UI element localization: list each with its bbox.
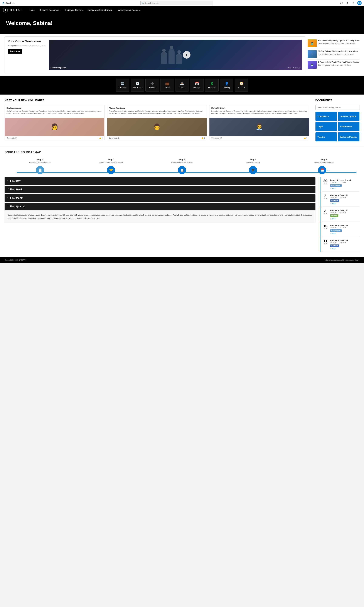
roadmap-step-2: Step 2 Attend Orientation and Connect 🤝: [76, 158, 146, 174]
news-item-1[interactable]: 🚶 30-Day Walking Challenge Starting Next…: [308, 49, 359, 59]
doc-tile-legal[interactable]: Legal: [315, 122, 337, 131]
quick-link-holidays[interactable]: 📅 Holidays: [190, 79, 204, 92]
step-3-circle: 📋: [178, 166, 186, 174]
colleagues-title: MEET YOUR NEW COLLEGUES: [5, 99, 309, 102]
chevron-down-icon: ▾: [139, 9, 140, 11]
accordion-first-quarter[interactable]: ˄ First Quarter: [5, 203, 315, 210]
step-4-desc: Complete Training: [218, 161, 288, 164]
event-title-3: Company Event #3: [330, 224, 348, 226]
chevron-down-icon: ▾: [82, 9, 83, 11]
document-search-input[interactable]: [315, 105, 359, 110]
colleague-comments-2[interactable]: Comments (1): [211, 137, 222, 139]
user-avatar[interactable]: SB: [357, 1, 362, 5]
colleague-photo-kayla: 👩: [5, 118, 104, 136]
event-date-0: 29 SEP: [322, 179, 328, 185]
quick-link-it-helpdesk[interactable]: 💻 IT Helpdesk: [116, 79, 129, 92]
colleague-bio-1: Alvaro Rodriguez is a Governance and Sec…: [109, 110, 205, 115]
colleague-bio-0: Kayla Anderson is a Contract Management …: [7, 110, 103, 115]
event-title-2: Company Event #2: [330, 209, 348, 211]
doc-tile-training[interactable]: Training: [315, 132, 337, 141]
event-tag-2: Meeting: [330, 214, 338, 217]
chevron-down-icon: ˅: [8, 188, 9, 191]
footer: Copyright (c) 2023 ORIGAMI intranet cont…: [0, 257, 364, 263]
colleague-card-alvaro: Alvaro Rodriguez Alvaro Rodriguez is a G…: [107, 105, 207, 140]
chevron-down-icon: ˅: [8, 197, 9, 199]
event-tag-3: Get-together: [330, 229, 342, 232]
help-icon-btn[interactable]: ?: [351, 1, 355, 5]
nav-company-news[interactable]: Company & Market News ▾: [86, 6, 115, 14]
step-2-label: Step 2: [76, 158, 146, 161]
doc-tile-job-descriptions[interactable]: Job Descriptions: [338, 112, 359, 121]
doc-tile-compliance[interactable]: Compliance: [315, 112, 337, 121]
news-item-0[interactable]: 👩‍💻 Remote Working Policy Update is Comi…: [308, 38, 359, 49]
orientation-video[interactable]: ▶ Onboarding Video Microsoft Stream: [49, 40, 302, 70]
careers-icon: 💼: [165, 82, 169, 86]
nav-workspaces[interactable]: Workspaces & Teams ▾: [116, 6, 142, 14]
event-rsvp-1[interactable]: + RSVP: [330, 203, 336, 205]
book-now-button[interactable]: Book Now: [8, 49, 22, 53]
step-3-desc: Review Benefits and Policies: [146, 161, 218, 164]
event-rsvp-4[interactable]: + RSVP: [330, 248, 336, 250]
colleague-likes-0: 👍 0: [99, 137, 103, 139]
nav-home[interactable]: Home: [27, 6, 37, 14]
quick-link-directory[interactable]: 👤 Directory: [220, 79, 234, 92]
news-title-0: Remote Working Policy Update is Coming S…: [318, 40, 359, 42]
documents-section: DOCUMENTS Compliance Job Descriptions Le…: [315, 99, 359, 141]
roadmap-connector-line: [17, 172, 356, 172]
accordion-first-week[interactable]: ˅ First Week: [5, 186, 315, 193]
colleagues-section: MEET YOUR NEW COLLEGUES Kayla Anderson K…: [5, 99, 309, 141]
news-thumb-0: 👩‍💻: [308, 40, 317, 47]
topbar-search-area: 🔍: [141, 1, 213, 5]
holidays-icon: 📅: [195, 82, 199, 86]
roadmap-step-5: Step 5 Set up recurring check-ins 📅 →: [288, 158, 359, 174]
event-wrap-2: 3 OCT Company Event #2 11:00 AM - 12:00 …: [320, 207, 359, 222]
expenses-icon: 💲: [210, 82, 214, 86]
orientation-title: Your Office Orientation: [8, 40, 46, 43]
colleague-bio-2: Derek Swinton is a Director of Engineeri…: [211, 110, 307, 115]
colleagues-grid: Kayla Anderson Kayla Anderson is a Contr…: [5, 105, 309, 140]
news-thumb-1: 🚶: [308, 50, 317, 58]
event-wrap-1: 2 OCT Company Event #1 11:00 AM - 12:00 …: [320, 192, 359, 207]
nav-business-resources[interactable]: Business Resources ▾: [37, 6, 62, 14]
search-input[interactable]: [141, 1, 213, 5]
brand-logo[interactable]: ⊕ THE HUB: [3, 8, 23, 13]
colleagues-documents-row: MEET YOUR NEW COLLEGUES Kayla Anderson K…: [5, 99, 359, 141]
nav-employee-center[interactable]: Employee Center ▾: [63, 6, 85, 14]
accordion-first-month[interactable]: ˅ First Month: [5, 194, 315, 202]
colleague-photo-derek: 👨‍💼: [209, 118, 309, 136]
quick-link-time-sheets[interactable]: 🕐 Time Sheets: [130, 79, 144, 92]
news-title-1: 30-Day Walking Challenge Starting Next W…: [318, 50, 358, 53]
event-rsvp-2[interactable]: + RSVP: [330, 218, 336, 220]
welcome-heading: Welcome, Sabina!: [6, 20, 358, 26]
settings-icon-btn[interactable]: ⚙: [345, 1, 350, 5]
chat-icon-btn[interactable]: 💬: [339, 1, 343, 5]
step-5-desc: Set up recurring check-ins: [288, 161, 359, 164]
quick-link-benefits[interactable]: ➕ Benefits: [145, 79, 159, 92]
main-content: MEET YOUR NEW COLLEGUES Kayla Anderson K…: [0, 94, 364, 146]
news-item-2[interactable]: 💻 5 Tools to Help You in Your Next Teams…: [308, 59, 359, 70]
quick-link-careers[interactable]: 💼 Careers: [160, 79, 174, 92]
sharepoint-icon: ⊞: [2, 2, 4, 4]
news-sidebar: 👩‍💻 Remote Working Policy Update is Comi…: [308, 36, 359, 73]
news-desc-2: See how you can get more done... with le…: [318, 64, 359, 66]
step-5-label: Step 5: [288, 158, 359, 161]
step-1-circle: 📄: [36, 166, 44, 174]
colleague-comments-1[interactable]: Comments (0): [109, 137, 119, 139]
roadmap-step-4: Step 4 Complete Training 🎓: [218, 158, 288, 174]
quick-link-expenses[interactable]: 💲 Expenses: [205, 79, 219, 92]
video-play-button[interactable]: ▶: [183, 51, 191, 59]
quick-link-time-off[interactable]: ☕ Time Off: [175, 79, 189, 92]
doc-tile-welcome-package[interactable]: Welcome Package: [338, 132, 359, 141]
timesheets-icon: 🕐: [135, 82, 140, 86]
event-rsvp-0[interactable]: + RSVP: [330, 188, 336, 190]
step-1-label: Step 1: [5, 158, 76, 161]
news-thumb-2: 💻: [308, 61, 317, 69]
doc-tile-performance[interactable]: Performance: [338, 122, 359, 131]
event-wrap-4: 11 OCT Company Event #4 11:30 AM - 12:30…: [320, 237, 359, 252]
chevron-up-icon: ˄: [8, 205, 9, 208]
colleague-comments-0[interactable]: Comments (0): [7, 137, 17, 139]
event-title-0: Lunch & Learn Brunch: [330, 179, 351, 181]
accordion-first-day[interactable]: ˅ First Day: [5, 177, 315, 185]
event-rsvp-3[interactable]: + RSVP: [330, 233, 336, 235]
quick-link-about-us[interactable]: 🧭 About Us: [235, 79, 248, 92]
